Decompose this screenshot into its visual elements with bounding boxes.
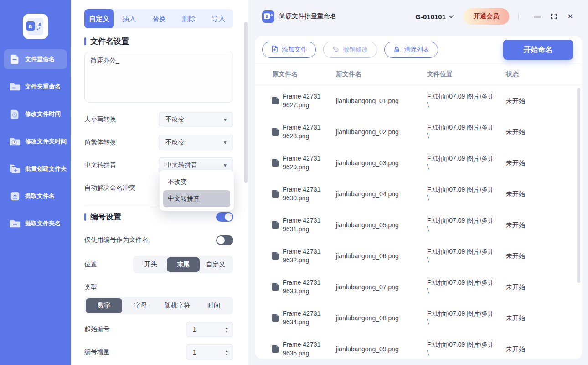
- sidebar-item-file-rename[interactable]: 文件重命名: [4, 49, 67, 69]
- original-name: Frame 42731 9629.png: [283, 154, 328, 172]
- status-cell: 未开始: [506, 190, 582, 198]
- file-list-panel: 添加文件 撤销修改 清除列表 开始命名 原文件名: [255, 36, 582, 359]
- sidebar-item-folder-time[interactable]: 修改文件夹时间: [4, 131, 67, 151]
- tradsimp-convert-select[interactable]: 不改变 ▼: [159, 135, 233, 150]
- position-option-end[interactable]: 末尾: [167, 257, 199, 272]
- status-cell: 未开始: [506, 128, 582, 136]
- new-name: jianlubangong_06.png: [336, 252, 401, 261]
- filename-input[interactable]: 简鹿办公_: [84, 52, 233, 103]
- start-rename-button[interactable]: 开始命名: [503, 40, 573, 60]
- app-logo: a A ↩: [23, 14, 48, 39]
- table-row[interactable]: Frame 42731 9628.png jianlubangong_02.pn…: [255, 116, 582, 147]
- file-icon: [272, 345, 279, 353]
- file-icon: [272, 128, 279, 136]
- location-cell: F:\封面\07.09 图片\多开\: [427, 154, 506, 172]
- position-option-start[interactable]: 开头: [134, 257, 167, 272]
- status-cell: 未开始: [506, 314, 582, 323]
- toggle-knob: [225, 213, 232, 221]
- start-number-stepper[interactable]: 1 ▲▼: [186, 322, 233, 337]
- case-convert-label: 大小写转换: [84, 115, 116, 124]
- vip-button[interactable]: 开通会员: [464, 8, 509, 25]
- tab-insert[interactable]: 插入: [114, 9, 144, 28]
- increment-stepper[interactable]: 1 ▲▼: [186, 344, 233, 360]
- table-row[interactable]: Frame 42731 9631.png jianlubangong_05.pn…: [255, 209, 582, 240]
- start-number-label: 起始编号: [84, 325, 110, 334]
- app-icon-a: a: [264, 13, 270, 19]
- dropdown-option-pinyin[interactable]: 中文转拼音: [163, 190, 230, 207]
- stepper-arrows-icon[interactable]: ▲▼: [225, 326, 228, 333]
- maximize-button[interactable]: [548, 10, 560, 22]
- sidebar-item-label: 提取文件名: [25, 192, 55, 200]
- tab-delete[interactable]: 删除: [174, 9, 203, 28]
- location-cell: F:\封面\07.09 图片\多开\: [427, 92, 506, 110]
- table-row[interactable]: Frame 42731 9634.png jianlubangong_08.pn…: [255, 302, 582, 334]
- add-file-icon: [271, 45, 279, 54]
- file-list-scrollbar-thumb[interactable]: [577, 88, 580, 283]
- type-label: 类型: [84, 283, 233, 292]
- settings-tabbar: 自定义 插入 替换 删除 导入: [84, 9, 233, 28]
- only-number-label: 仅使用编号作为文件名: [84, 236, 148, 244]
- account-dropdown[interactable]: G-010101: [415, 13, 454, 21]
- status-cell: 未开始: [506, 97, 582, 105]
- settings-scrollbar-thumb[interactable]: [244, 22, 248, 182]
- original-name: Frame 42731 9628.png: [283, 123, 328, 141]
- position-option-custom[interactable]: 自定义: [200, 257, 232, 272]
- tab-replace[interactable]: 替换: [144, 9, 174, 28]
- select-value: 不改变: [165, 115, 185, 124]
- new-name-cell: jianlubangong_01.png: [336, 97, 427, 105]
- sidebar-item-folder-create[interactable]: 批量创建文件夹: [4, 159, 67, 179]
- position-segment: 开头 末尾 自定义: [133, 256, 233, 273]
- table-row[interactable]: Frame 42731 9635.png jianlubangong_09.pn…: [255, 334, 582, 359]
- col-header-status: 状态: [506, 70, 582, 78]
- sidebar-item-label: 文件夹重命名: [25, 83, 61, 91]
- sidebar-item-file-time[interactable]: 修改文件时间: [4, 104, 67, 124]
- original-name-cell: Frame 42731 9629.png: [272, 154, 336, 172]
- tab-custom[interactable]: 自定义: [84, 9, 114, 28]
- folder-time-icon: [9, 136, 21, 147]
- sidebar-item-extract-file[interactable]: 提取文件名: [4, 186, 67, 206]
- table-row[interactable]: Frame 42731 9627.png jianlubangong_01.pn…: [255, 85, 582, 116]
- file-icon: [272, 159, 279, 167]
- type-option-time[interactable]: 时间: [196, 298, 232, 313]
- file-icon: [272, 221, 279, 229]
- sidebar-item-folder-rename[interactable]: 文件夹重命名: [4, 77, 67, 97]
- undo-label: 撤销修改: [343, 46, 368, 54]
- numbering-toggle[interactable]: [216, 212, 233, 222]
- table-row[interactable]: Frame 42731 9632.png jianlubangong_06.pn…: [255, 240, 582, 271]
- type-option-letter[interactable]: 字母: [122, 298, 159, 313]
- original-name-cell: Frame 42731 9628.png: [272, 123, 336, 141]
- new-name-cell: jianlubangong_08.png: [336, 314, 427, 323]
- sidebar-item-label: 修改文件时间: [25, 110, 61, 118]
- stepper-arrows-icon[interactable]: ▲▼: [225, 349, 228, 356]
- section-accent-bar: [84, 213, 86, 221]
- dropdown-option-nochange[interactable]: 不改变: [163, 173, 230, 190]
- only-number-toggle[interactable]: [216, 235, 233, 245]
- new-name: jianlubangong_08.png: [336, 314, 401, 323]
- new-name-cell: jianlubangong_03.png: [336, 159, 427, 167]
- clear-list-button[interactable]: 清除列表: [384, 42, 438, 58]
- case-convert-select[interactable]: 不改变 ▼: [159, 112, 233, 127]
- undo-button[interactable]: 撤销修改: [323, 42, 377, 58]
- type-option-random[interactable]: 随机字符: [159, 298, 196, 313]
- minimize-button[interactable]: —: [531, 10, 543, 22]
- new-name-cell: jianlubangong_09.png: [336, 345, 427, 354]
- location-cell: F:\封面\07.09 图片\多开\: [427, 309, 506, 327]
- app-icon: a A: [262, 10, 274, 23]
- original-name-cell: Frame 42731 9634.png: [272, 309, 336, 327]
- titlebar: a A 简鹿文件批量重命名 G-010101 开通会员 — ✕: [248, 0, 588, 33]
- table-row[interactable]: Frame 42731 9633.png jianlubangong_07.pn…: [255, 271, 582, 302]
- type-option-number[interactable]: 数字: [86, 298, 122, 313]
- sidebar-item-extract-folder[interactable]: 提取文件夹名: [4, 214, 67, 234]
- table-row[interactable]: Frame 42731 9630.png jianlubangong_04.pn…: [255, 178, 582, 209]
- new-name: jianlubangong_01.png: [336, 97, 401, 105]
- table-row[interactable]: Frame 42731 9629.png jianlubangong_03.pn…: [255, 147, 582, 178]
- start-number-row: 起始编号 1 ▲▼: [84, 322, 233, 337]
- file-icon: [272, 97, 279, 104]
- add-files-button[interactable]: 添加文件: [262, 42, 316, 58]
- location: F:\封面\07.09 图片\多开\: [427, 340, 495, 358]
- original-name: Frame 42731 9630.png: [283, 185, 328, 203]
- location: F:\封面\07.09 图片\多开\: [427, 185, 495, 203]
- close-button[interactable]: ✕: [564, 10, 576, 22]
- folder-create-icon: [9, 163, 21, 175]
- tab-import[interactable]: 导入: [204, 9, 233, 28]
